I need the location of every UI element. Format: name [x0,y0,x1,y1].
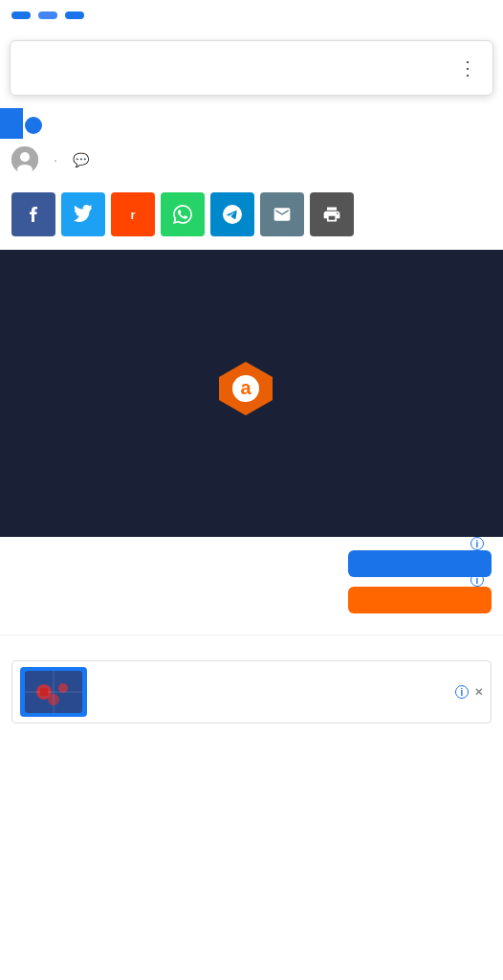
fb-ad-badge: i ✕ [455,685,483,699]
ad-buttons-col: i i [348,550,492,613]
more-options-button[interactable]: ⋮ [448,51,487,85]
email-icon [273,205,292,224]
author-separator: · [54,152,57,167]
share-reddit-button[interactable]: r [111,192,155,236]
avast-logo: a [215,358,288,419]
share-email-button[interactable] [260,192,304,236]
svg-marker-14 [40,688,48,696]
ad-badge-2: i [470,573,492,587]
fb-ad-info-icon: i [455,685,469,699]
text-cursor [25,117,42,134]
telegram-icon [223,205,242,224]
copy-button[interactable] [16,62,124,74]
author-row: · 💬 [0,137,503,183]
highlighted-text [0,108,23,139]
share-whatsapp-button[interactable] [161,192,205,236]
tag-howto[interactable] [65,11,84,19]
ad-bottom-label [0,724,503,735]
print-icon [322,205,341,224]
hero-image: a [0,250,503,537]
fb-map-thumbnail [25,671,82,713]
twitter-icon [74,205,93,224]
ad-badge-1: i [470,537,492,550]
comment-icon: 💬 [73,152,89,167]
fb-ad-banner[interactable]: i ✕ [11,660,492,724]
facebook-icon [24,205,43,224]
ad-open-button-2[interactable] [348,587,492,613]
whatsapp-icon [173,205,192,224]
svg-text:r: r [131,208,136,222]
ad-button-orange-wrapper: i [348,587,492,613]
select-all-button[interactable] [232,62,340,74]
ad-row-1: i i [11,550,492,613]
ad-section: i i [0,537,503,635]
svg-text:a: a [240,377,252,398]
article-body [0,635,503,653]
fb-ad-close-icon[interactable]: ✕ [474,686,483,699]
highlighted-section [0,107,503,137]
author-avatar [11,146,38,173]
ad-info-icon-2: i [470,573,484,587]
svg-point-1 [20,152,30,162]
tag-chromebook[interactable] [11,11,31,19]
social-bar: r [0,183,503,250]
avatar-icon [11,146,38,173]
tag-google[interactable] [38,11,57,19]
share-facebook-button[interactable] [11,192,55,236]
context-menu: ⋮ [10,40,493,96]
article-title [0,27,503,40]
share-print-button[interactable] [310,192,354,236]
avast-icon: a [215,358,276,419]
fb-ad-thumbnail [20,667,87,717]
share-twitter-button[interactable] [61,192,105,236]
share-telegram-button[interactable] [210,192,254,236]
tags-row [0,0,503,27]
svg-point-10 [58,683,68,693]
fb-ad-right: i ✕ [455,685,483,699]
ad-info-icon: i [470,537,484,550]
reddit-icon: r [122,204,143,225]
web-search-button[interactable] [340,62,448,74]
share-button[interactable] [124,62,232,74]
